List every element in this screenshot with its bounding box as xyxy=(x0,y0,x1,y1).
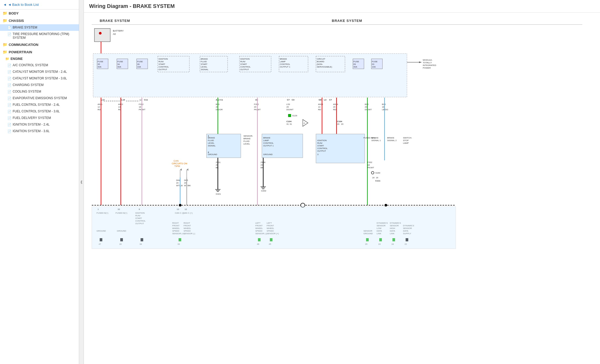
sidebar-section-communication[interactable]: 📁 COMMUNICATION xyxy=(0,41,79,48)
svg-text:18: 18 xyxy=(382,106,384,108)
svg-text:28: 28 xyxy=(137,63,140,65)
sidebar-item-cooling[interactable]: 📄 COOLING SYSTEM xyxy=(0,88,79,95)
svg-text:SIGNAL: SIGNAL xyxy=(208,145,216,147)
s129-connector xyxy=(288,114,291,117)
main-content: Wiring Diagram - BRAKE SYSTEM BRAKE SYST… xyxy=(84,0,600,364)
sidebar-collapse-handle[interactable]: ⟪ xyxy=(79,0,84,364)
svg-text:BRAKE: BRAKE xyxy=(243,137,251,140)
svg-text:03: 03 xyxy=(372,63,374,65)
c7b-label: C7 xyxy=(329,99,332,101)
s129-label: S129 xyxy=(292,114,297,117)
z931-label: Z931 xyxy=(216,161,221,164)
sidebar-section-chassis-label: CHASSIS xyxy=(9,19,24,23)
svg-text:SERVICEABLE): SERVICEABLE) xyxy=(317,66,332,68)
doc-icon: 📄 xyxy=(7,110,11,113)
svg-text:CONTROL: CONTROL xyxy=(159,66,169,68)
svg-text:FUSE: FUSE xyxy=(117,60,123,63)
svg-text:RUN/: RUN/ xyxy=(317,142,323,144)
svg-text:10A: 10A xyxy=(372,66,376,68)
doc-icon: 📄 xyxy=(7,26,11,30)
f202-label: F202 xyxy=(139,103,144,106)
svg-text:RD: RD xyxy=(333,108,336,111)
wiring-diagram: BRAKE SYSTEM BRAKE SYSTEM BATTERY A0 FUS… xyxy=(87,15,588,259)
sidebar-item-ignition-24-label: IGNITION SYSTEM - 2.4L xyxy=(13,123,50,126)
svg-text:RUN/: RUN/ xyxy=(159,60,164,63)
svg-text:STOP: STOP xyxy=(403,139,409,142)
doc-icon: 📄 xyxy=(7,123,11,127)
sidebar-item-catalyst-36-label: CATALYST MONITOR SYSTEM - 3.6L xyxy=(13,76,67,80)
svg-text:START: START xyxy=(240,63,247,65)
sidebar-section-body[interactable]: 📁 BODY xyxy=(0,9,79,17)
sidebar-item-evap-label: EVAPORATIVE EMISSIONS SYSTEM xyxy=(13,96,67,100)
back-arrow-icon: ◄ xyxy=(3,3,7,7)
sidebar-subsection-engine-label: ENGINE xyxy=(11,57,23,61)
node-dot-left xyxy=(179,204,181,207)
sidebar-item-fuel-36[interactable]: 📄 FUEL CONTROL SYSTEM - 3.6L xyxy=(0,108,79,115)
svg-text:BRAKE: BRAKE xyxy=(280,58,287,60)
d65-label: D65 xyxy=(184,179,188,181)
sidebar-section-chassis[interactable]: 📁 CHASSIS xyxy=(0,17,79,24)
svg-text:FUSE: FUSE xyxy=(353,60,359,63)
svg-text:40A: 40A xyxy=(98,66,102,68)
diagram-area[interactable]: BRAKE SYSTEM BRAKE SYSTEM BATTERY A0 FUS… xyxy=(84,13,600,364)
svg-text:LEVEL: LEVEL xyxy=(243,143,250,145)
sidebar-item-ignition-36[interactable]: 📄 IGNITION SYSTEM - 3.6L xyxy=(0,128,79,135)
svg-text:DG/WT: DG/WT xyxy=(365,108,372,111)
sidebar-item-catalyst-36[interactable]: 📄 CATALYST MONITOR SYSTEM - 3.6L xyxy=(0,75,79,82)
c3-label: C3 xyxy=(292,99,295,101)
sidebar-scroll: 📁 BODY 📁 CHASSIS 📄 BRAKE SYSTEM 📄 TIRE P… xyxy=(0,9,79,364)
brake-signal-1-label: BRAKE xyxy=(371,137,378,139)
svg-text:30A: 30A xyxy=(117,66,121,68)
svg-text:BRAKE: BRAKE xyxy=(201,58,208,60)
sidebar: ◄ ◄ Back to Book List 📁 BODY 📁 CHASSIS 📄… xyxy=(0,0,79,364)
sidebar-item-tpm-label: TIRE PRESSURE MONITORING (TPM) SYSTEM xyxy=(13,32,76,40)
sidebar-item-brake-system[interactable]: 📄 BRAKE SYSTEM xyxy=(0,24,79,31)
svg-text:LEVEL: LEVEL xyxy=(208,142,214,144)
svg-text:SIGNAL 2: SIGNAL 2 xyxy=(387,139,397,142)
svg-text:1: 1 xyxy=(208,135,209,137)
sidebar-item-fuel-delivery[interactable]: 📄 FUEL DELIVERY SYSTEM xyxy=(0,115,79,121)
svg-text:31: 31 xyxy=(286,123,289,125)
svg-text:DG/WT: DG/WT xyxy=(286,108,294,111)
c11-label: C11 xyxy=(144,99,148,101)
sidebar-section-communication-label: COMMUNICATION xyxy=(9,43,38,47)
svg-text:CONTROL: CONTROL xyxy=(280,63,290,65)
sidebar-item-fuel-24[interactable]: 📄 FUEL CONTROL SYSTEM - 2.4L xyxy=(0,102,79,108)
svg-text:INTEGRATED: INTEGRATED xyxy=(423,64,436,66)
svg-text:20: 20 xyxy=(341,123,343,125)
svg-text:12: 12 xyxy=(98,106,100,108)
doc-icon: 📄 xyxy=(7,32,11,36)
bottom-section-bg xyxy=(92,207,456,249)
svg-text:CIRCUIT: CIRCUIT xyxy=(317,58,325,60)
svg-text:IGNITION: IGNITION xyxy=(159,58,168,60)
sidebar-item-evaporative[interactable]: 📄 EVAPORATIVE EMISSIONS SYSTEM xyxy=(0,95,79,102)
switch-stop-lamp-label: SWITCH- xyxy=(403,137,412,139)
back-to-booklist-link[interactable]: ◄ ◄ Back to Book List xyxy=(0,0,79,9)
svg-text:WT/BK: WT/BK xyxy=(184,184,191,187)
l3-label: L3 xyxy=(324,99,327,101)
a921-label: A921 xyxy=(98,103,103,106)
doc-icon: 📄 xyxy=(7,90,11,94)
doc-icon: 📄 xyxy=(7,77,11,80)
sensor-brake-label: SENSOR- xyxy=(243,135,253,137)
svg-text:LAMP: LAMP xyxy=(403,142,409,144)
svg-text:FUSE: FUSE xyxy=(372,60,377,63)
sidebar-item-tpm[interactable]: 📄 TIRE PRESSURE MONITORING (TPM) SYSTEM xyxy=(0,31,79,41)
sidebar-item-catalyst-24[interactable]: 📄 CATALYST MONITOR SYSTEM - 2.4L xyxy=(0,69,79,75)
sidebar-item-ac-control[interactable]: 📄 A/C CONTROL SYSTEM xyxy=(0,62,79,69)
sidebar-section-powertrain-label: POWERTRAIN xyxy=(9,50,32,54)
sidebar-subsection-engine[interactable]: 📁 ENGINE xyxy=(0,56,79,62)
sidebar-item-charging[interactable]: 📄 CHARGING SYSTEM xyxy=(0,82,79,88)
sidebar-item-fuel-36-label: FUEL CONTROL SYSTEM - 3.6L xyxy=(13,109,60,113)
svg-text:OUTPUT 1: OUTPUT 1 xyxy=(280,66,290,68)
sidebar-item-ignition-24[interactable]: 📄 IGNITION SYSTEM - 2.4L xyxy=(0,121,79,128)
svg-text:20: 20 xyxy=(176,182,179,184)
a929-label: A929 xyxy=(318,103,323,106)
doc-icon: 📄 xyxy=(7,83,11,87)
sidebar-item-catalyst-24-label: CATALYST MONITOR SYSTEM - 2.4L xyxy=(13,70,67,74)
back-link-label: ◄ Back to Book List xyxy=(8,3,39,7)
battery-box xyxy=(94,28,110,42)
svg-text:CONTROL: CONTROL xyxy=(263,142,274,144)
sidebar-section-powertrain[interactable]: 📁 POWERTRAIN xyxy=(0,48,79,56)
doc-icon: 📄 xyxy=(7,64,11,67)
